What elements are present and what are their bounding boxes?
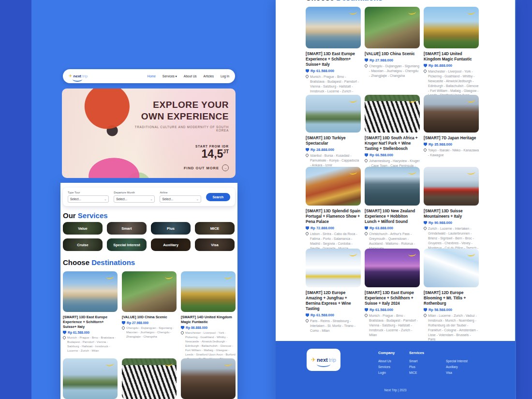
nav-link-log-in[interactable]: Log In <box>221 74 229 78</box>
destination-image <box>424 7 479 48</box>
itinerary-text: Munich - Prague - Brno - Bratislava - Bu… <box>67 336 118 353</box>
find-out-more-label: FIND OUT MORE <box>184 166 219 170</box>
footer-column-title: Services <box>409 351 424 355</box>
destination-price: Rp 86.888.000 <box>424 63 479 68</box>
destination-itinerary: Munich - Prague - Brno - Bratislava - Bu… <box>365 313 420 337</box>
footer-link-about-us[interactable]: About Us <box>378 359 395 363</box>
footer-link-special-interest[interactable]: Special Interest <box>446 359 468 363</box>
service-tile-smart[interactable]: Smart <box>107 222 147 235</box>
location-pin-icon <box>423 226 427 230</box>
nav-link-articles[interactable]: Articles <box>204 74 214 78</box>
price-tag-icon <box>306 226 309 230</box>
hero-title-line2: OWN EXPERIENCE <box>122 111 229 122</box>
destination-itinerary: Munich - Prague - Brno - Bratislava - Bu… <box>63 336 118 353</box>
hero-banner: EXPLORE YOUR OWN EXPERIENCE TRADITIONAL … <box>62 89 236 178</box>
service-tile-visa[interactable]: Visa <box>195 238 235 251</box>
destination-itinerary: Istanbul - Bursa - Kusadasi - Pamukkale … <box>306 153 361 168</box>
footer-link-plus[interactable]: Plus <box>409 365 424 369</box>
price-tag-icon <box>365 153 368 157</box>
price-tag-icon <box>181 326 184 329</box>
nav-link-home[interactable]: Home <box>148 74 156 78</box>
select-departure-month[interactable]: Select...⌄ <box>114 195 155 203</box>
select-airline[interactable]: Select...⌄ <box>160 195 201 203</box>
footer-logo-card: ✈ next trip <box>307 349 340 371</box>
service-tile-value[interactable]: Value <box>63 222 103 235</box>
service-tile-cruise[interactable]: Cruise <box>63 238 103 251</box>
destination-price: Rp 90.988.000 <box>424 221 479 225</box>
destination-image <box>181 358 236 399</box>
destination-card[interactable]: [SMART] 12D Europe Blooming + Mt. Titlis… <box>424 249 479 342</box>
price-tag-icon <box>424 308 427 311</box>
footer-link-mice[interactable]: MICE <box>409 371 424 374</box>
destination-title: [SMART] 10D Turkiye Spectacular <box>306 135 361 146</box>
service-tile-special-interest[interactable]: Special Interest <box>107 238 147 251</box>
destination-card[interactable]: [SMART] 12D Europe Amazing + Jungfrau + … <box>306 249 361 333</box>
destination-itinerary: Milan - Lucerne - Zurich - Vaduz - Innsb… <box>424 313 479 342</box>
price-value: Rp 63.888.000 <box>369 226 393 230</box>
itinerary-text: Milan - Lucerne - Zurich - Vaduz - Innsb… <box>428 313 479 342</box>
destination-title: [SMART] 13D East Europe Experience + Sch… <box>365 290 420 306</box>
destination-image <box>306 95 361 133</box>
destination-card[interactable]: [VALUE] 10D China ScenicRp 27.988.000Che… <box>122 271 177 339</box>
destination-card[interactable]: [SMART] 10D South Africa + Kruger Nat'l … <box>365 95 420 173</box>
price-value: Rp 66.588.000 <box>369 153 393 157</box>
destination-card[interactable] <box>181 358 236 399</box>
destination-title: [SMART] 7D Japan Heritage <box>424 135 479 141</box>
footer-link-visa[interactable]: Visa <box>446 371 468 374</box>
search-field-type-tour: Type TourSelect...⌄ <box>68 191 109 203</box>
price-tag-icon <box>306 69 309 73</box>
footer-link-smart[interactable]: Smart <box>409 359 424 363</box>
footer-link-auxiliary[interactable]: Auxiliary <box>446 365 468 369</box>
search-field-airline: AirlineSelect...⌄ <box>160 191 201 203</box>
select-type-tour[interactable]: Select...⌄ <box>68 195 109 203</box>
search-button[interactable]: Search <box>206 193 230 201</box>
price-value: Rp 28.888.000 <box>310 148 334 152</box>
copyright-text: Next Trip | 2023 <box>276 388 515 392</box>
destination-card[interactable]: [SMART] 13D Suisse Mountaineers + ItalyR… <box>424 167 479 260</box>
destination-card[interactable]: [SMART] 10D Turkiye SpectacularRp 28.888… <box>306 95 361 168</box>
price-tag-icon <box>365 308 368 311</box>
homepage-preview: ✈ next trip HomeServices ▾About UsArticl… <box>60 0 237 399</box>
destination-card[interactable] <box>122 358 177 399</box>
destination-card[interactable] <box>63 358 118 399</box>
destination-title: [SMART] 13D East Europe Experience + Sch… <box>306 51 361 67</box>
search-field-label: Type Tour <box>68 191 109 194</box>
service-tile-auxiliary[interactable]: Auxiliary <box>151 238 191 251</box>
destination-itinerary: Chengdu - Dujiangyan - Siguniang - Maoxi… <box>122 326 177 339</box>
destination-card[interactable]: [SMART] 7D Japan HeritageRp 35.988.000To… <box>424 95 479 158</box>
nav-link-about-us[interactable]: About Us <box>184 74 197 78</box>
chevron-down-icon: ⌄ <box>150 197 152 201</box>
footer-link-login[interactable]: Login <box>378 371 395 374</box>
price-value: Rp 61.588.000 <box>310 69 334 73</box>
destination-price: Rp 66.588.000 <box>365 153 420 157</box>
navbar: ✈ next trip HomeServices ▾About UsArticl… <box>63 69 235 83</box>
destination-card[interactable]: [SMART] 10D New Zealand Experience + Hob… <box>365 167 420 251</box>
destination-card[interactable]: [SMART] 14D United Kingdom Magic Funtast… <box>181 271 236 366</box>
destination-title: [SMART] 14D United Kingdom Magic Funtast… <box>181 315 236 325</box>
destination-card[interactable]: [VALUE] 10D China ScenicRp 27.988.000Che… <box>365 7 420 78</box>
our-services-heading: Our Services <box>63 211 108 220</box>
destination-image <box>63 271 118 312</box>
destination-card[interactable]: [SMART] 13D Splendid Spain Portugal + Fl… <box>306 167 361 255</box>
price-value: Rp 35.988.000 <box>429 142 452 147</box>
price-value: Rp 86.888.000 <box>186 326 207 329</box>
service-tile-plus[interactable]: Plus <box>151 222 191 235</box>
destination-image <box>63 358 118 399</box>
destination-card[interactable]: [SMART] 13D East Europe Experience + Sch… <box>63 271 118 353</box>
find-out-more-button[interactable]: FIND OUT MORE → <box>184 164 229 171</box>
nexttrip-logo[interactable]: ✈ next trip <box>69 74 88 78</box>
destination-card[interactable]: [SMART] 13D East Europe Experience + Sch… <box>365 249 420 337</box>
location-pin-icon <box>305 153 309 157</box>
nav-link-services[interactable]: Services ▾ <box>163 74 177 78</box>
footer-link-services[interactable]: Services <box>378 365 395 369</box>
destination-title: [SMART] 13D Splendid Spain Portugal + Fl… <box>306 208 361 224</box>
footer-column-title <box>446 351 468 355</box>
chevron-down-icon: ⌄ <box>196 197 199 201</box>
service-tile-mice[interactable]: MICE <box>195 222 235 235</box>
destination-price: Rp 61.588.000 <box>365 308 420 312</box>
destination-image <box>122 358 177 399</box>
price-value: Rp 72.888.000 <box>310 226 334 230</box>
destination-card[interactable]: [SMART] 13D East Europe Experience + Sch… <box>306 7 361 98</box>
select-value: Select... <box>116 197 127 201</box>
tour-search-bar: Type TourSelect...⌄Departure MonthSelect… <box>63 188 235 206</box>
